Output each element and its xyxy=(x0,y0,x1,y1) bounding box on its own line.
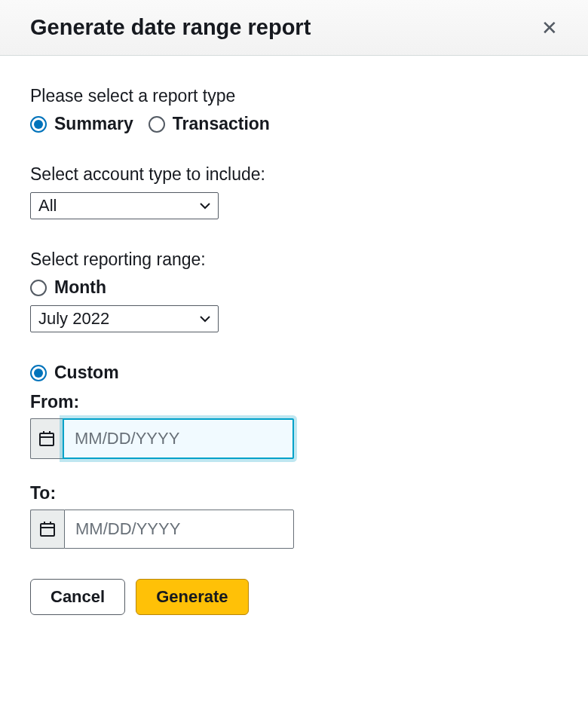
to-label: To: xyxy=(30,483,558,503)
button-row: Cancel Generate xyxy=(30,579,558,615)
report-type-section: Please select a report type Summary Tran… xyxy=(30,86,558,134)
radio-icon xyxy=(30,365,47,381)
chevron-down-icon xyxy=(200,316,210,323)
modal-title: Generate date range report xyxy=(30,15,311,40)
modal-header: Generate date range report ✕ xyxy=(0,0,588,56)
svg-rect-4 xyxy=(41,524,54,536)
to-calendar-button[interactable] xyxy=(30,510,64,549)
radio-transaction-label: Transaction xyxy=(173,114,270,134)
from-date-input[interactable] xyxy=(63,418,294,459)
cancel-button[interactable]: Cancel xyxy=(30,579,125,615)
reporting-range-label: Select reporting range: xyxy=(30,249,558,270)
close-button[interactable]: ✕ xyxy=(541,18,558,38)
account-type-label: Select account type to include: xyxy=(30,164,558,185)
report-type-radios: Summary Transaction xyxy=(30,114,558,134)
month-value: July 2022 xyxy=(38,309,109,329)
from-calendar-button[interactable] xyxy=(30,418,63,459)
radio-icon xyxy=(30,116,47,133)
report-type-label: Please select a report type xyxy=(30,86,558,106)
radio-custom-label: Custom xyxy=(54,363,119,383)
svg-rect-0 xyxy=(40,433,54,445)
to-date-group xyxy=(30,510,294,549)
radio-summary[interactable]: Summary xyxy=(30,114,133,134)
modal-content: Please select a report type Summary Tran… xyxy=(0,56,588,638)
reporting-range-section: Select reporting range: Month July 2022 xyxy=(30,249,558,332)
calendar-icon xyxy=(38,430,56,448)
radio-month-label: Month xyxy=(54,277,106,298)
generate-button[interactable]: Generate xyxy=(136,579,248,615)
radio-month[interactable]: Month xyxy=(30,277,558,298)
radio-transaction[interactable]: Transaction xyxy=(149,114,270,134)
to-date-input[interactable] xyxy=(64,510,294,549)
from-date-group xyxy=(30,418,294,459)
chevron-down-icon xyxy=(200,203,210,210)
radio-custom[interactable]: Custom xyxy=(30,363,558,383)
radio-summary-label: Summary xyxy=(54,114,133,134)
calendar-icon xyxy=(38,520,57,538)
month-select[interactable]: July 2022 xyxy=(30,305,219,332)
from-label: From: xyxy=(30,392,558,412)
close-icon: ✕ xyxy=(541,17,558,39)
radio-icon xyxy=(30,280,47,296)
account-type-value: All xyxy=(38,196,57,216)
account-type-section: Select account type to include: All xyxy=(30,164,558,219)
custom-range-section: Custom From: To: xyxy=(30,363,558,549)
radio-icon xyxy=(149,116,165,133)
account-type-select[interactable]: All xyxy=(30,192,219,219)
